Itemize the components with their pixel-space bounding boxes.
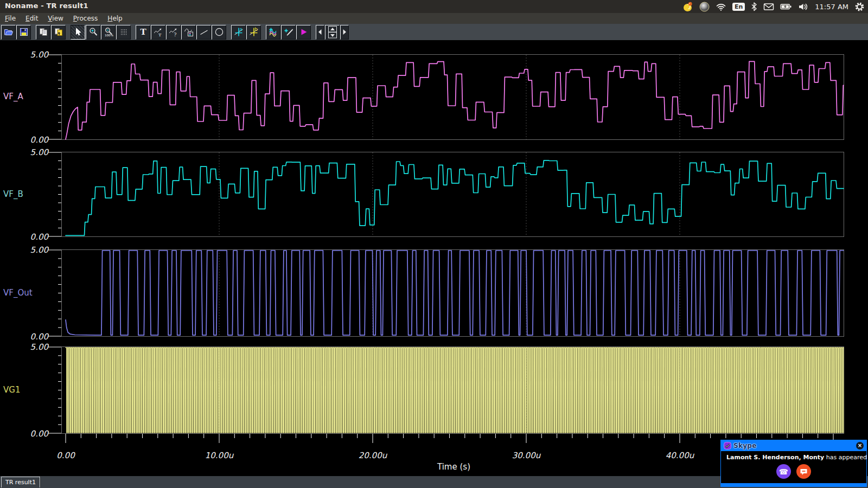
cursor-a-button[interactable]: a <box>231 25 246 40</box>
probe-pen-icon <box>284 27 293 37</box>
trace-label-vf_b: VF_B <box>3 189 23 199</box>
menu-file[interactable]: File <box>0 13 21 24</box>
add-curve-button[interactable] <box>266 25 280 40</box>
open-button[interactable] <box>1 25 16 40</box>
y-axis-max-label: 5.00 <box>15 342 48 352</box>
ellipse-tool-icon <box>214 27 224 37</box>
trace-vg1 <box>66 348 844 433</box>
title-bar[interactable]: Noname - TR result1 En 11:57 AM <box>0 0 868 13</box>
wifi-icon[interactable] <box>716 0 726 13</box>
indicator-orb-icon[interactable] <box>699 0 710 13</box>
bluetooth-icon[interactable] <box>751 0 757 13</box>
curve-arrow-q-icon: ? <box>169 27 178 37</box>
line-tool-icon <box>199 27 209 37</box>
menu-bar: FileEditViewProcessHelp <box>0 13 868 24</box>
cursor-arrow-icon <box>73 27 83 37</box>
keyboard-indicator[interactable]: En <box>732 0 745 13</box>
close-icon[interactable]: × <box>856 442 864 450</box>
volume-icon[interactable] <box>798 0 809 13</box>
skype-actions: ☎ <box>721 464 866 479</box>
copy-icon <box>39 27 48 37</box>
select-cursor-button[interactable] <box>71 25 85 40</box>
svg-text:T: T <box>140 27 146 37</box>
chat-button[interactable] <box>796 464 811 479</box>
panel-border <box>62 55 844 140</box>
trace-vf_out <box>66 251 844 335</box>
x-tick-label: 0.00 <box>40 451 92 460</box>
zoom-in-button[interactable] <box>86 25 100 40</box>
save-icon <box>19 27 29 37</box>
skype-logo: Skype <box>733 442 757 450</box>
clock-text[interactable]: 11:57 AM <box>815 0 848 13</box>
toolbar: 100%TT?ab <box>0 24 868 40</box>
x-tick-label: 10.00u <box>193 451 245 460</box>
paste-icon <box>54 27 63 37</box>
add-curves-icon <box>269 27 278 37</box>
x-axis-title: Time (s) <box>437 462 470 472</box>
tab-tr-result1[interactable]: TR result1 <box>1 477 40 487</box>
y-axis-min-label: 0.00 <box>15 332 48 342</box>
trace-vf_b <box>66 160 844 236</box>
zoom-in-icon <box>88 27 98 37</box>
copy-button[interactable] <box>36 25 50 40</box>
panel-vf_out <box>61 249 844 337</box>
battery-icon[interactable] <box>780 0 792 13</box>
x-tick-label: 20.00u <box>347 451 399 460</box>
trace-label-vf_out: VF_Out <box>3 288 33 298</box>
x-tick-label: 30.00u <box>500 451 552 460</box>
svg-text:b: b <box>254 27 257 32</box>
mail-icon[interactable] <box>763 0 774 13</box>
skype-contact-name: Lamont S. Henderson, Monty <box>726 454 824 461</box>
y-axis-max-label: 5.00 <box>15 147 48 157</box>
probe-button[interactable] <box>281 25 296 40</box>
curve-legend-icon <box>184 27 194 37</box>
zoom-out-100-icon: 100% <box>104 27 113 37</box>
line-tool-button[interactable] <box>196 25 211 40</box>
ellipse-tool-button[interactable] <box>212 25 226 40</box>
skype-footer-bar <box>721 483 866 486</box>
annotate-curve-t-button[interactable]: T <box>151 25 165 40</box>
svg-text:100%: 100% <box>105 34 113 37</box>
cursor-a-icon: a <box>234 27 244 37</box>
paste-button[interactable] <box>51 25 66 40</box>
annotate-curve-q-button[interactable]: ? <box>166 25 181 40</box>
menu-process[interactable]: Process <box>68 13 103 24</box>
scroll-spinner[interactable] <box>325 25 340 40</box>
folder-open-icon <box>4 27 14 37</box>
spinner-icon <box>328 26 337 38</box>
grid-toggle-button[interactable] <box>116 25 131 40</box>
cursor-b-button[interactable]: b <box>246 25 261 40</box>
session-gear-icon[interactable] <box>854 0 865 13</box>
skype-status-icon[interactable] <box>682 0 693 13</box>
menu-help[interactable]: Help <box>103 13 127 24</box>
menu-edit[interactable]: Edit <box>21 13 43 24</box>
system-tray: En 11:57 AM <box>682 0 865 13</box>
panel-border <box>62 152 844 237</box>
run-button[interactable] <box>296 25 311 40</box>
skype-notification-header[interactable]: Skype × <box>721 440 866 451</box>
scroll-left-button[interactable] <box>316 25 324 40</box>
y-axis-min-label: 0.00 <box>15 135 48 145</box>
skype-notification: Skype × Lamont S. Henderson, Monty has a… <box>720 440 867 487</box>
legend-tool-button[interactable] <box>181 25 196 40</box>
trace-label-vf_a: VF_A <box>3 92 23 101</box>
panel-vf_b <box>61 152 844 237</box>
scroll-right-button[interactable] <box>340 25 349 40</box>
y-axis-min-label: 0.00 <box>15 429 48 439</box>
waveform-viewer: VF_A5.000.00VF_B5.000.00VF_Out5.000.00VG… <box>0 0 868 488</box>
y-axis-min-label: 0.00 <box>15 232 48 242</box>
call-button[interactable]: ☎ <box>776 464 791 479</box>
chat-bubble-icon <box>800 468 808 476</box>
text-tool-button[interactable]: T <box>136 25 150 40</box>
save-button[interactable] <box>16 25 31 40</box>
skype-check-icon <box>724 442 731 450</box>
skype-message: Lamont S. Henderson, Monty has appeared … <box>726 454 868 461</box>
x-tick-label: 40.00u <box>654 451 706 460</box>
grid-icon <box>119 27 129 37</box>
panel-vf_a <box>61 54 844 140</box>
text-tool-icon: T <box>138 27 148 37</box>
window-title: Noname - TR result1 <box>5 2 88 10</box>
panel-vg1 <box>61 346 844 434</box>
zoom-out-100-button[interactable]: 100% <box>101 25 116 40</box>
menu-view[interactable]: View <box>43 13 68 24</box>
